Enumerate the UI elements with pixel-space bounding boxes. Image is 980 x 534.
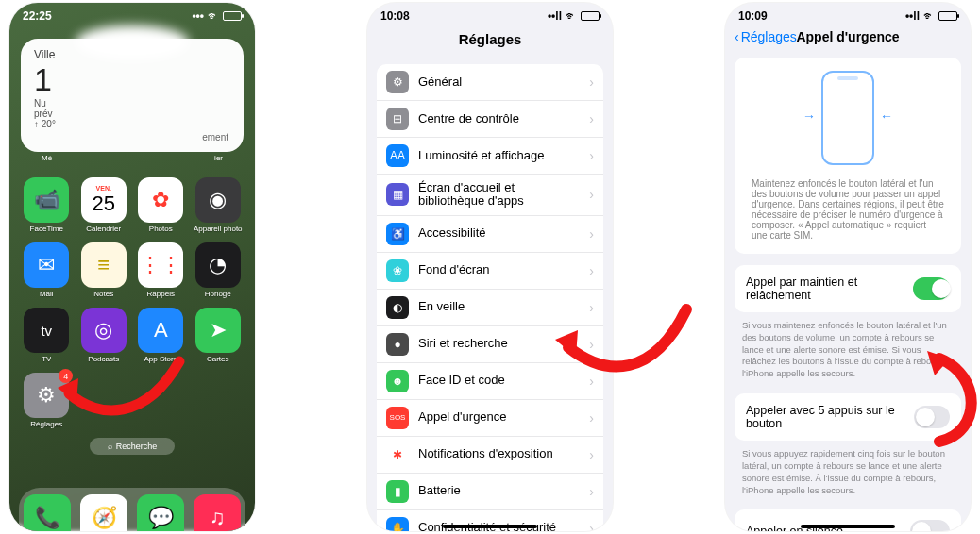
chevron-right-icon: ›: [589, 148, 594, 163]
toggle-silent-call[interactable]: [910, 520, 950, 531]
display-icon: AA: [386, 144, 409, 167]
app-label: Cartes: [207, 355, 229, 363]
general-icon: ⚙: [386, 71, 409, 93]
row-label: En veille: [418, 300, 580, 313]
app-rglages[interactable]: ⚙4Réglages: [21, 373, 73, 428]
battery-icon: [223, 11, 242, 21]
settings-row-wallpaper[interactable]: ❀Fond d'écran›: [377, 253, 603, 290]
app-horloge[interactable]: ◔Horloge: [193, 242, 245, 298]
weather-widget[interactable]: Ville 1 Nu prév ↑ 20° ement: [21, 39, 244, 152]
app-label: Réglages: [30, 420, 62, 428]
search-pill[interactable]: ⌕ Recherche: [90, 438, 175, 455]
status-time: 10:08: [380, 9, 410, 23]
row-five-press[interactable]: Appeler avec 5 appuis sur le bouton: [735, 393, 961, 441]
app-grid: 📹FaceTimeVEN.25Calendrier✿Photos◉Apparei…: [21, 177, 244, 428]
app-icon: ✿: [138, 177, 183, 223]
chevron-right-icon: ›: [589, 337, 594, 352]
battery-icon: [938, 11, 957, 21]
home-indicator[interactable]: [801, 525, 895, 528]
chevron-right-icon: ›: [589, 300, 594, 315]
footer-hold: Si vous maintenez enfoncés le bouton lat…: [725, 316, 971, 382]
phone-sos: 10:09 ••ll ᯤ ‹ Réglages Appel d'urgence …: [725, 3, 971, 531]
app-tv[interactable]: tvTV: [21, 308, 73, 363]
app-mail[interactable]: ✉Mail: [21, 242, 73, 298]
row-label: Fond d'écran: [418, 263, 580, 276]
app-icon: A: [138, 308, 183, 353]
app-photos[interactable]: ✿Photos: [135, 177, 187, 233]
nav-title: Réglages: [367, 25, 613, 57]
app-calendrier[interactable]: VEN.25Calendrier: [78, 177, 130, 233]
app-label: App Store: [144, 355, 177, 363]
settings-row-general[interactable]: ⚙Général›: [377, 64, 603, 101]
app-appareilphoto[interactable]: ◉Appareil photo: [193, 177, 245, 233]
app-facetime[interactable]: 📹FaceTime: [21, 177, 73, 233]
row-label: Général: [418, 75, 580, 89]
settings-row-accessibility[interactable]: ♿Accessibilité›: [377, 216, 603, 253]
app-notes[interactable]: ≡Notes: [78, 242, 130, 298]
app-podcasts[interactable]: ◎Podcasts: [78, 308, 130, 363]
phone-settings: 10:08 ••ll ᯤ Réglages ⚙Général›⊟Centre d…: [367, 3, 613, 531]
settings-row-control-center[interactable]: ⊟Centre de contrôle›: [377, 101, 603, 138]
chevron-right-icon: ›: [589, 263, 594, 278]
app-label: FaceTime: [30, 225, 63, 233]
back-button[interactable]: ‹ Réglages: [735, 29, 797, 44]
wifi-icon: ᯤ: [208, 9, 219, 23]
row-hold-release[interactable]: Appel par maintien et relâchement: [735, 265, 961, 312]
toggle-hold-release[interactable]: [913, 277, 950, 300]
dock-music[interactable]: ♫: [194, 494, 241, 531]
status-time: 22:25: [23, 9, 52, 23]
row-label: Centre de contrôle: [418, 112, 580, 125]
app-icon: tv: [24, 308, 69, 353]
standby-icon: ◐: [386, 296, 409, 319]
app-label: Notes: [93, 290, 113, 298]
footer-five: Si vous appuyez rapidement cinq fois sur…: [725, 444, 971, 498]
app-icon: 📹: [24, 177, 69, 223]
chevron-right-icon: ›: [589, 484, 594, 499]
app-label: Mail: [40, 290, 54, 298]
settings-row-home-screen[interactable]: ▦Écran d'accueil et bibliothèque d'apps›: [377, 175, 603, 216]
app-label: Photos: [149, 225, 173, 233]
app-icon: ⋮⋮: [138, 242, 183, 288]
settings-row-battery[interactable]: ▮Batterie›: [377, 474, 603, 510]
app-icon: ✉: [24, 242, 69, 288]
settings-row-display[interactable]: AALuminosité et affichage›: [377, 138, 603, 175]
app-icon: ◉: [195, 177, 241, 223]
settings-row-siri[interactable]: ●Siri et recherche›: [377, 326, 603, 363]
dock-messages[interactable]: 💬: [137, 494, 184, 531]
chevron-left-icon: ‹: [735, 29, 739, 44]
status-bar: 10:09 ••ll ᯤ: [725, 3, 971, 25]
app-rappels[interactable]: ⋮⋮Rappels: [135, 242, 187, 298]
signal-icon: ••ll: [548, 9, 562, 23]
arrow-right-icon: →: [803, 108, 816, 124]
status-right: ••ll ᯤ: [548, 9, 600, 23]
instructions-card: → ← Maintenez enfoncés le bouton latéral…: [735, 58, 961, 254]
chevron-right-icon: ›: [589, 187, 594, 202]
app-appstore[interactable]: AApp Store: [135, 308, 187, 363]
wifi-icon: ᯤ: [923, 9, 935, 23]
settings-row-exposure[interactable]: ✱Notifications d'exposition›: [377, 437, 603, 474]
home-screen-icon: ▦: [386, 183, 409, 206]
app-icon: ◎: [81, 308, 127, 353]
row-label: Notifications d'exposition: [418, 447, 580, 460]
siri-icon: ●: [386, 333, 409, 356]
status-bar: 22:25 ••• ᯤ: [9, 3, 255, 25]
arrow-left-icon: ←: [880, 108, 893, 124]
exposure-icon: ✱: [386, 443, 409, 466]
app-label: TV: [42, 355, 51, 363]
status-right: ••• ᯤ: [192, 9, 242, 23]
app-label: Appareil photo: [194, 225, 243, 233]
dock-phone[interactable]: 📞: [24, 494, 71, 531]
chevron-right-icon: ›: [589, 447, 594, 462]
home-indicator[interactable]: [443, 525, 537, 528]
row-label: Siri et recherche: [418, 337, 580, 350]
toggle-five-press[interactable]: [914, 406, 950, 428]
settings-row-standby[interactable]: ◐En veille›: [377, 290, 603, 326]
app-cartes[interactable]: ➤Cartes: [193, 308, 245, 363]
row-label: Accessibilité: [418, 226, 580, 240]
app-icon: ⚙4: [24, 373, 69, 418]
status-time: 10:09: [738, 9, 768, 23]
widget-temp: 1: [34, 61, 230, 98]
settings-row-faceid[interactable]: ☻Face ID et code›: [377, 363, 603, 400]
dock-safari[interactable]: 🧭: [80, 494, 127, 531]
settings-row-sos[interactable]: SOSAppel d'urgence›: [377, 400, 603, 437]
